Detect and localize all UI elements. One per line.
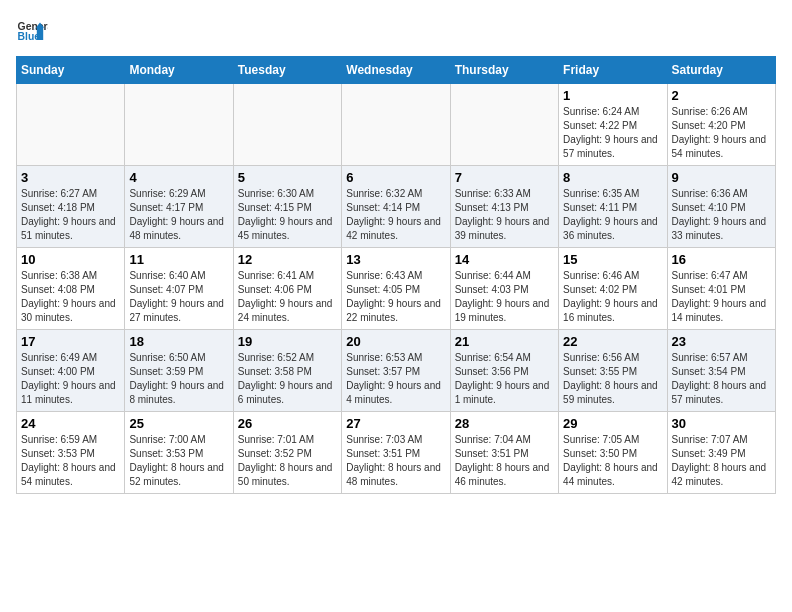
calendar-day-cell: 16Sunrise: 6:47 AM Sunset: 4:01 PM Dayli… bbox=[667, 248, 775, 330]
calendar-day-cell: 17Sunrise: 6:49 AM Sunset: 4:00 PM Dayli… bbox=[17, 330, 125, 412]
day-number: 30 bbox=[672, 416, 771, 431]
day-info: Sunrise: 6:44 AM Sunset: 4:03 PM Dayligh… bbox=[455, 269, 554, 325]
calendar-day-cell: 26Sunrise: 7:01 AM Sunset: 3:52 PM Dayli… bbox=[233, 412, 341, 494]
day-number: 11 bbox=[129, 252, 228, 267]
day-info: Sunrise: 6:27 AM Sunset: 4:18 PM Dayligh… bbox=[21, 187, 120, 243]
calendar-day-cell bbox=[17, 84, 125, 166]
day-number: 16 bbox=[672, 252, 771, 267]
calendar-day-cell: 11Sunrise: 6:40 AM Sunset: 4:07 PM Dayli… bbox=[125, 248, 233, 330]
day-number: 23 bbox=[672, 334, 771, 349]
calendar-day-cell: 30Sunrise: 7:07 AM Sunset: 3:49 PM Dayli… bbox=[667, 412, 775, 494]
day-number: 6 bbox=[346, 170, 445, 185]
calendar-day-cell: 13Sunrise: 6:43 AM Sunset: 4:05 PM Dayli… bbox=[342, 248, 450, 330]
day-number: 9 bbox=[672, 170, 771, 185]
day-info: Sunrise: 7:05 AM Sunset: 3:50 PM Dayligh… bbox=[563, 433, 662, 489]
day-number: 13 bbox=[346, 252, 445, 267]
day-number: 18 bbox=[129, 334, 228, 349]
day-number: 21 bbox=[455, 334, 554, 349]
day-number: 8 bbox=[563, 170, 662, 185]
day-info: Sunrise: 6:29 AM Sunset: 4:17 PM Dayligh… bbox=[129, 187, 228, 243]
logo: General Blue bbox=[16, 16, 48, 48]
calendar-day-cell: 18Sunrise: 6:50 AM Sunset: 3:59 PM Dayli… bbox=[125, 330, 233, 412]
day-number: 2 bbox=[672, 88, 771, 103]
day-info: Sunrise: 6:36 AM Sunset: 4:10 PM Dayligh… bbox=[672, 187, 771, 243]
calendar-header: SundayMondayTuesdayWednesdayThursdayFrid… bbox=[17, 57, 776, 84]
day-info: Sunrise: 6:57 AM Sunset: 3:54 PM Dayligh… bbox=[672, 351, 771, 407]
day-info: Sunrise: 6:30 AM Sunset: 4:15 PM Dayligh… bbox=[238, 187, 337, 243]
day-number: 10 bbox=[21, 252, 120, 267]
day-info: Sunrise: 6:38 AM Sunset: 4:08 PM Dayligh… bbox=[21, 269, 120, 325]
calendar-day-cell: 9Sunrise: 6:36 AM Sunset: 4:10 PM Daylig… bbox=[667, 166, 775, 248]
calendar-day-cell: 14Sunrise: 6:44 AM Sunset: 4:03 PM Dayli… bbox=[450, 248, 558, 330]
day-info: Sunrise: 6:53 AM Sunset: 3:57 PM Dayligh… bbox=[346, 351, 445, 407]
calendar-day-cell: 15Sunrise: 6:46 AM Sunset: 4:02 PM Dayli… bbox=[559, 248, 667, 330]
calendar-day-cell bbox=[342, 84, 450, 166]
day-number: 5 bbox=[238, 170, 337, 185]
day-info: Sunrise: 7:00 AM Sunset: 3:53 PM Dayligh… bbox=[129, 433, 228, 489]
day-of-week-header: Thursday bbox=[450, 57, 558, 84]
day-number: 1 bbox=[563, 88, 662, 103]
day-info: Sunrise: 6:49 AM Sunset: 4:00 PM Dayligh… bbox=[21, 351, 120, 407]
day-number: 19 bbox=[238, 334, 337, 349]
day-number: 20 bbox=[346, 334, 445, 349]
day-number: 26 bbox=[238, 416, 337, 431]
day-info: Sunrise: 6:52 AM Sunset: 3:58 PM Dayligh… bbox=[238, 351, 337, 407]
calendar-week-row: 1Sunrise: 6:24 AM Sunset: 4:22 PM Daylig… bbox=[17, 84, 776, 166]
day-of-week-header: Friday bbox=[559, 57, 667, 84]
calendar-day-cell bbox=[125, 84, 233, 166]
calendar-day-cell bbox=[233, 84, 341, 166]
calendar-day-cell bbox=[450, 84, 558, 166]
calendar-week-row: 10Sunrise: 6:38 AM Sunset: 4:08 PM Dayli… bbox=[17, 248, 776, 330]
day-info: Sunrise: 6:41 AM Sunset: 4:06 PM Dayligh… bbox=[238, 269, 337, 325]
page-header: General Blue bbox=[16, 16, 776, 48]
calendar-day-cell: 8Sunrise: 6:35 AM Sunset: 4:11 PM Daylig… bbox=[559, 166, 667, 248]
day-of-week-header: Saturday bbox=[667, 57, 775, 84]
calendar-day-cell: 12Sunrise: 6:41 AM Sunset: 4:06 PM Dayli… bbox=[233, 248, 341, 330]
day-of-week-header: Monday bbox=[125, 57, 233, 84]
calendar-day-cell: 23Sunrise: 6:57 AM Sunset: 3:54 PM Dayli… bbox=[667, 330, 775, 412]
calendar-day-cell: 5Sunrise: 6:30 AM Sunset: 4:15 PM Daylig… bbox=[233, 166, 341, 248]
day-info: Sunrise: 6:26 AM Sunset: 4:20 PM Dayligh… bbox=[672, 105, 771, 161]
day-number: 29 bbox=[563, 416, 662, 431]
calendar-day-cell: 3Sunrise: 6:27 AM Sunset: 4:18 PM Daylig… bbox=[17, 166, 125, 248]
calendar-week-row: 24Sunrise: 6:59 AM Sunset: 3:53 PM Dayli… bbox=[17, 412, 776, 494]
day-info: Sunrise: 7:01 AM Sunset: 3:52 PM Dayligh… bbox=[238, 433, 337, 489]
day-of-week-header: Wednesday bbox=[342, 57, 450, 84]
calendar-day-cell: 20Sunrise: 6:53 AM Sunset: 3:57 PM Dayli… bbox=[342, 330, 450, 412]
calendar-day-cell: 21Sunrise: 6:54 AM Sunset: 3:56 PM Dayli… bbox=[450, 330, 558, 412]
day-number: 4 bbox=[129, 170, 228, 185]
day-info: Sunrise: 6:33 AM Sunset: 4:13 PM Dayligh… bbox=[455, 187, 554, 243]
day-info: Sunrise: 6:59 AM Sunset: 3:53 PM Dayligh… bbox=[21, 433, 120, 489]
day-number: 25 bbox=[129, 416, 228, 431]
calendar-day-cell: 24Sunrise: 6:59 AM Sunset: 3:53 PM Dayli… bbox=[17, 412, 125, 494]
day-info: Sunrise: 6:56 AM Sunset: 3:55 PM Dayligh… bbox=[563, 351, 662, 407]
day-info: Sunrise: 6:47 AM Sunset: 4:01 PM Dayligh… bbox=[672, 269, 771, 325]
calendar-day-cell: 28Sunrise: 7:04 AM Sunset: 3:51 PM Dayli… bbox=[450, 412, 558, 494]
day-number: 24 bbox=[21, 416, 120, 431]
day-info: Sunrise: 7:07 AM Sunset: 3:49 PM Dayligh… bbox=[672, 433, 771, 489]
day-number: 27 bbox=[346, 416, 445, 431]
day-number: 7 bbox=[455, 170, 554, 185]
calendar-day-cell: 10Sunrise: 6:38 AM Sunset: 4:08 PM Dayli… bbox=[17, 248, 125, 330]
calendar-day-cell: 22Sunrise: 6:56 AM Sunset: 3:55 PM Dayli… bbox=[559, 330, 667, 412]
day-info: Sunrise: 6:24 AM Sunset: 4:22 PM Dayligh… bbox=[563, 105, 662, 161]
day-number: 12 bbox=[238, 252, 337, 267]
day-info: Sunrise: 6:40 AM Sunset: 4:07 PM Dayligh… bbox=[129, 269, 228, 325]
day-info: Sunrise: 6:54 AM Sunset: 3:56 PM Dayligh… bbox=[455, 351, 554, 407]
day-info: Sunrise: 6:43 AM Sunset: 4:05 PM Dayligh… bbox=[346, 269, 445, 325]
day-of-week-header: Sunday bbox=[17, 57, 125, 84]
calendar-day-cell: 27Sunrise: 7:03 AM Sunset: 3:51 PM Dayli… bbox=[342, 412, 450, 494]
day-number: 17 bbox=[21, 334, 120, 349]
calendar-day-cell: 7Sunrise: 6:33 AM Sunset: 4:13 PM Daylig… bbox=[450, 166, 558, 248]
calendar-day-cell: 4Sunrise: 6:29 AM Sunset: 4:17 PM Daylig… bbox=[125, 166, 233, 248]
calendar-day-cell: 19Sunrise: 6:52 AM Sunset: 3:58 PM Dayli… bbox=[233, 330, 341, 412]
day-info: Sunrise: 7:04 AM Sunset: 3:51 PM Dayligh… bbox=[455, 433, 554, 489]
day-number: 3 bbox=[21, 170, 120, 185]
day-number: 15 bbox=[563, 252, 662, 267]
day-of-week-header: Tuesday bbox=[233, 57, 341, 84]
day-info: Sunrise: 6:35 AM Sunset: 4:11 PM Dayligh… bbox=[563, 187, 662, 243]
day-info: Sunrise: 7:03 AM Sunset: 3:51 PM Dayligh… bbox=[346, 433, 445, 489]
day-number: 22 bbox=[563, 334, 662, 349]
day-info: Sunrise: 6:46 AM Sunset: 4:02 PM Dayligh… bbox=[563, 269, 662, 325]
calendar-day-cell: 6Sunrise: 6:32 AM Sunset: 4:14 PM Daylig… bbox=[342, 166, 450, 248]
